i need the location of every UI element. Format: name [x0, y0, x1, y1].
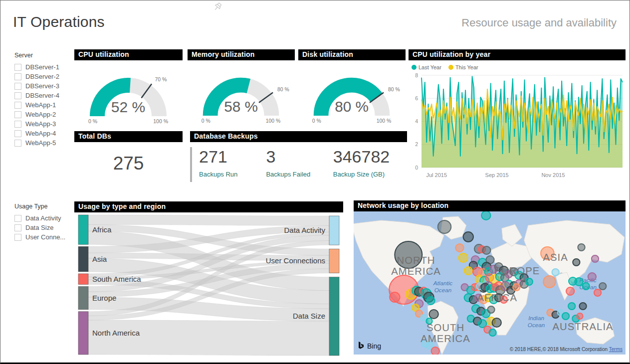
sankey-target-0[interactable]	[329, 216, 339, 245]
filter-usage-type-title: Usage Type	[14, 203, 73, 210]
map-bubble[interactable]	[487, 306, 494, 313]
filter-option-server-5[interactable]: WebApp-2	[14, 110, 73, 119]
checkbox-icon[interactable]	[14, 83, 21, 90]
filter-option-server-4[interactable]: WebApp-1	[14, 100, 73, 110]
tile-memory-gauge[interactable]: Memory utilization 80 %58 %0 %100 %	[188, 49, 295, 126]
checkbox-icon[interactable]	[14, 102, 21, 109]
tile-database-backups[interactable]: Database Backups 271 Backups Run 3 Backu…	[190, 131, 407, 182]
map-bubble[interactable]	[431, 347, 439, 355]
cpu-by-year-area-chart: 02468Jul 2015Sep 2015Nov 2015	[409, 71, 626, 182]
map-bubble[interactable]	[579, 303, 586, 310]
filter-option-label: DBServer-3	[25, 82, 59, 90]
backups-failed-item: 3 Backups Failed	[266, 147, 333, 182]
map-bubble[interactable]	[543, 276, 555, 288]
checkbox-icon[interactable]	[14, 73, 21, 80]
checkbox-icon[interactable]	[14, 215, 21, 222]
legend-label-this-year: This Year	[455, 64, 478, 70]
checkbox-icon[interactable]	[14, 234, 21, 241]
map-bubble[interactable]	[458, 253, 467, 262]
backups-failed-value: 3	[266, 147, 333, 167]
filter-option-server-3[interactable]: DBServer-4	[14, 91, 73, 100]
sankey-source-1[interactable]	[78, 246, 88, 272]
tile-network-usage-map[interactable]: Network usage by location AtlanticOceanP…	[354, 200, 626, 355]
map-bubble[interactable]	[588, 273, 596, 281]
legend-item-last-year[interactable]: Last Year	[412, 64, 441, 70]
filter-option-label: User Conne...	[25, 233, 65, 241]
checkbox-icon[interactable]	[14, 92, 21, 99]
svg-text:EUROPE: EUROPE	[494, 265, 540, 276]
backup-size-label: Backup Size (GB)	[333, 171, 407, 178]
bing-map[interactable]: AtlanticOceanPacificOceanIndianOceanNORT…	[354, 211, 626, 355]
filter-option-server-1[interactable]: DBServer-2	[14, 72, 73, 81]
map-bubble[interactable]	[429, 310, 438, 319]
map-bubble[interactable]	[573, 259, 580, 266]
sankey-link[interactable]	[88, 215, 329, 225]
map-bubble[interactable]	[592, 255, 599, 262]
map-bubble[interactable]	[562, 313, 569, 320]
sankey-target-1[interactable]	[329, 249, 339, 273]
map-bubble[interactable]	[438, 220, 451, 233]
map-bubble[interactable]	[492, 318, 501, 327]
map-bubble[interactable]	[463, 232, 473, 242]
svg-text:AMERICA: AMERICA	[391, 266, 441, 277]
checkbox-icon[interactable]	[14, 111, 21, 118]
map-bubble[interactable]	[566, 287, 574, 295]
map-bubble[interactable]	[599, 283, 606, 290]
svg-text:0: 0	[415, 165, 418, 171]
checkbox-icon[interactable]	[14, 121, 21, 128]
map-bubble[interactable]	[578, 244, 585, 251]
svg-text:ASIA: ASIA	[543, 252, 568, 263]
tile-usage-by-type-region[interactable]: Usage by type and region AfricaAsiaSouth…	[74, 201, 343, 358]
usage-sankey-chart: AfricaAsiaSouth AmericaEuropeNorth Ameri…	[74, 212, 343, 358]
svg-text:Sep 2015: Sep 2015	[485, 172, 509, 178]
map-bubble[interactable]	[482, 246, 490, 254]
filter-usage-type: Usage Type Data ActivityData SizeUser Co…	[14, 203, 73, 242]
map-bubble[interactable]	[526, 278, 533, 285]
map-bubble[interactable]	[568, 303, 575, 310]
checkbox-icon[interactable]	[14, 140, 21, 147]
tile-disk-gauge[interactable]: Disk utilization 80 %80 %0 %100 %	[298, 49, 406, 126]
bing-icon	[358, 342, 365, 351]
filter-option-server-0[interactable]: DBServer-1	[14, 62, 73, 72]
checkbox-icon[interactable]	[14, 130, 21, 137]
backups-run-value: 271	[199, 147, 266, 167]
tile-cpu-gauge-title: CPU utilization	[74, 49, 183, 60]
checkbox-icon[interactable]	[14, 224, 21, 231]
svg-text:Europe: Europe	[92, 294, 116, 302]
map-bubble[interactable]	[481, 211, 490, 220]
sankey-source-2[interactable]	[78, 274, 88, 285]
map-bubble[interactable]	[455, 244, 463, 252]
legend-item-this-year[interactable]: This Year	[448, 64, 478, 70]
svg-text:Ocean: Ocean	[434, 287, 451, 293]
map-bubble[interactable]	[513, 284, 520, 291]
sankey-source-4[interactable]	[78, 312, 88, 355]
filter-option-usage_type-1[interactable]: Data Size	[14, 223, 73, 232]
filter-option-server-7[interactable]: WebApp-4	[14, 129, 73, 138]
svg-text:6: 6	[415, 95, 418, 101]
checkbox-icon[interactable]	[14, 64, 21, 71]
map-bubble[interactable]	[420, 315, 426, 321]
map-bubble[interactable]	[489, 329, 496, 336]
filter-option-usage_type-0[interactable]: Data Activity	[14, 213, 73, 223]
filter-option-server-2[interactable]: DBServer-3	[14, 81, 73, 91]
sankey-source-0[interactable]	[78, 215, 88, 244]
tile-cpu-gauge[interactable]: CPU utilization 70 %52 %0 %100 %	[74, 49, 183, 126]
filter-option-usage_type-2[interactable]: User Conne...	[14, 232, 73, 242]
map-bubble[interactable]	[594, 289, 601, 296]
map-bubble[interactable]	[577, 313, 583, 319]
map-bubble[interactable]	[464, 267, 472, 275]
filter-option-server-6[interactable]: WebApp-3	[14, 119, 73, 129]
map-terms-link[interactable]: Terms	[609, 347, 623, 352]
disk-gauge-chart: 80 %80 %0 %100 %	[298, 60, 406, 126]
map-bubble[interactable]	[575, 278, 583, 286]
filter-option-server-8[interactable]: WebApp-5	[14, 138, 73, 148]
map-bubble[interactable]	[390, 292, 400, 302]
tile-cpu-by-year[interactable]: CPU utilization by year Last Year This Y…	[409, 49, 626, 182]
map-bubble[interactable]	[426, 297, 434, 305]
map-bubble[interactable]	[552, 269, 559, 276]
tile-total-dbs[interactable]: Total DBs 275	[74, 131, 183, 174]
sankey-link[interactable]	[88, 320, 329, 356]
sankey-target-2[interactable]	[329, 277, 339, 356]
map-bubble[interactable]	[583, 283, 590, 290]
sankey-source-3[interactable]	[78, 286, 88, 309]
